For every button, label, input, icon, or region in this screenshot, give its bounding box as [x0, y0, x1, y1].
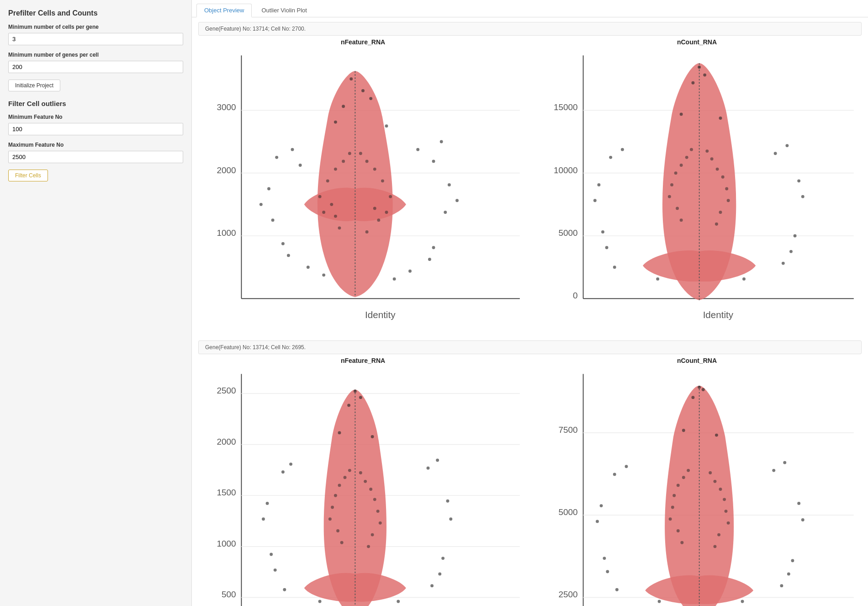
top-info-bar: Gene(Feature) No: 13714; Cell No: 2700. [198, 22, 862, 36]
svg-point-132 [438, 572, 441, 575]
bottom-plot2-title: nCount_RNA [532, 357, 862, 364]
min-feature-input[interactable] [8, 123, 183, 135]
svg-point-195 [719, 488, 722, 491]
min-cells-per-gene-input[interactable] [8, 33, 183, 45]
svg-point-70 [609, 156, 612, 159]
svg-point-68 [680, 112, 683, 116]
svg-point-166 [682, 429, 685, 432]
svg-point-193 [723, 498, 726, 501]
svg-point-128 [449, 517, 452, 521]
svg-point-131 [441, 557, 445, 560]
svg-point-146 [373, 498, 376, 501]
svg-point-19 [416, 148, 419, 151]
svg-point-137 [336, 529, 339, 532]
svg-point-34 [322, 273, 325, 276]
svg-point-18 [299, 164, 302, 167]
filter-cells-button[interactable]: Filter Cells [8, 170, 48, 181]
svg-point-187 [714, 545, 717, 548]
svg-point-66 [703, 74, 706, 77]
svg-point-77 [801, 195, 804, 198]
svg-point-47 [381, 179, 384, 182]
svg-point-38 [338, 226, 341, 229]
svg-text:Identity: Identity [703, 309, 734, 320]
svg-point-95 [721, 175, 725, 179]
svg-point-121 [281, 470, 285, 473]
top-plot2-svg: 0 5000 10000 15000 Identity [532, 48, 862, 331]
svg-point-119 [338, 431, 341, 434]
bottom-plot2-svg: 2500 5000 7500 Identity [532, 366, 862, 606]
svg-point-147 [338, 484, 341, 487]
svg-point-149 [344, 476, 347, 479]
svg-point-21 [440, 140, 443, 144]
svg-point-69 [719, 117, 722, 120]
tab-object-preview[interactable]: Object Preview [196, 4, 252, 17]
svg-point-29 [287, 254, 290, 257]
svg-point-96 [680, 164, 683, 167]
svg-point-178 [791, 559, 794, 562]
svg-text:0: 0 [573, 291, 578, 300]
svg-text:2500: 2500 [559, 590, 578, 599]
tabs-bar: Object Preview Outlier Violin Plot [192, 0, 868, 17]
max-feature-input[interactable] [8, 151, 183, 163]
max-feature-label: Maximum Feature No [8, 142, 183, 148]
svg-point-49 [373, 168, 376, 171]
svg-point-15 [385, 124, 388, 128]
svg-point-120 [371, 435, 374, 438]
svg-point-133 [283, 588, 286, 591]
svg-point-151 [348, 469, 351, 472]
svg-point-12 [349, 77, 353, 80]
svg-point-83 [782, 262, 785, 265]
svg-point-143 [331, 506, 334, 509]
svg-point-93 [725, 187, 728, 191]
svg-point-130 [274, 569, 277, 572]
svg-point-74 [597, 183, 600, 186]
svg-point-89 [715, 223, 718, 226]
svg-text:2000: 2000 [217, 165, 236, 175]
svg-point-33 [408, 270, 412, 273]
svg-point-129 [270, 553, 273, 556]
svg-point-101 [705, 149, 709, 153]
svg-point-75 [593, 199, 597, 202]
svg-text:1000: 1000 [217, 539, 236, 548]
svg-text:15000: 15000 [554, 102, 578, 112]
svg-point-194 [677, 484, 680, 487]
svg-point-142 [379, 521, 382, 525]
svg-point-183 [741, 600, 744, 603]
svg-point-190 [671, 506, 674, 509]
svg-point-191 [725, 510, 728, 513]
svg-point-26 [455, 199, 459, 202]
svg-point-36 [330, 203, 333, 206]
svg-point-40 [377, 218, 380, 222]
svg-point-35 [393, 277, 396, 281]
bottom-plot1-title: nFeature_RNA [198, 357, 528, 364]
top-plot2: nCount_RNA 0 5000 10000 15000 [532, 38, 862, 331]
svg-point-73 [785, 144, 789, 147]
svg-point-139 [371, 533, 374, 537]
tab-outlier-violin[interactable]: Outlier Violin Plot [254, 4, 314, 17]
svg-point-82 [613, 266, 616, 269]
svg-point-78 [601, 230, 604, 234]
svg-point-167 [715, 434, 718, 437]
svg-point-141 [328, 517, 332, 521]
svg-text:10000: 10000 [554, 165, 578, 175]
svg-point-23 [259, 203, 263, 206]
svg-point-185 [680, 541, 683, 544]
initialize-project-button[interactable]: Initialize Project [8, 80, 60, 91]
svg-point-116 [347, 404, 350, 407]
svg-point-189 [727, 521, 730, 525]
svg-point-168 [613, 473, 616, 476]
svg-point-163 [691, 396, 694, 399]
bottom-plot2: nCount_RNA 2500 5000 7500 [532, 357, 862, 606]
min-genes-per-cell-input[interactable] [8, 61, 183, 73]
svg-point-81 [789, 250, 793, 253]
svg-point-43 [389, 195, 392, 198]
svg-point-138 [340, 541, 344, 544]
svg-text:3000: 3000 [217, 102, 236, 112]
svg-point-11 [361, 89, 365, 92]
bottom-plots-row: nFeature_RNA 500 1000 1500 2000 2500 [192, 357, 868, 606]
svg-point-65 [691, 81, 694, 85]
svg-point-67 [698, 65, 701, 69]
svg-point-30 [432, 246, 435, 249]
top-section: Gene(Feature) No: 13714; Cell No: 2700. … [192, 17, 868, 331]
top-plot1-title: nFeature_RNA [198, 38, 528, 46]
